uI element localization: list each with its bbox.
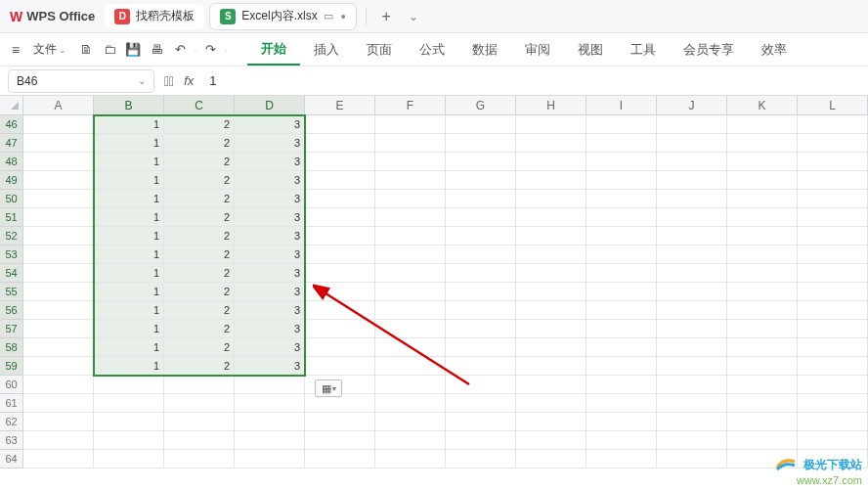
col-header-F[interactable]: F (375, 96, 446, 114)
cell[interactable] (727, 357, 798, 376)
row-header-62[interactable]: 62 (0, 413, 23, 431)
cell[interactable] (657, 301, 727, 320)
cell[interactable]: 3 (235, 171, 305, 190)
cell[interactable] (446, 134, 516, 153)
cell[interactable]: 2 (164, 115, 235, 134)
cell[interactable] (657, 115, 727, 134)
cell[interactable] (798, 376, 868, 394)
cell[interactable] (516, 227, 586, 245)
cell[interactable] (23, 153, 94, 171)
cell[interactable] (23, 394, 94, 413)
cell[interactable] (657, 208, 727, 227)
cell[interactable] (235, 413, 305, 431)
cell[interactable] (798, 320, 868, 338)
cell[interactable]: 1 (94, 227, 164, 245)
cell[interactable]: 1 (94, 283, 164, 301)
file-menu[interactable]: 文件 ⌄ (27, 39, 72, 60)
cell[interactable]: 1 (94, 190, 164, 208)
row-header-57[interactable]: 57 (0, 320, 23, 338)
cell[interactable] (164, 450, 235, 468)
cell[interactable]: 3 (235, 357, 305, 376)
tab-menu-icon[interactable]: • (341, 9, 346, 24)
cell[interactable] (657, 413, 727, 431)
cell[interactable] (586, 376, 657, 394)
cell[interactable] (23, 171, 94, 190)
cell[interactable] (516, 320, 586, 338)
cell[interactable] (657, 338, 727, 357)
row-header-56[interactable]: 56 (0, 301, 23, 320)
cell[interactable] (727, 153, 798, 171)
cell[interactable] (727, 245, 798, 264)
cell[interactable] (375, 245, 446, 264)
cell[interactable] (305, 171, 375, 190)
cell[interactable] (375, 153, 446, 171)
row-header-64[interactable]: 64 (0, 450, 23, 468)
cell[interactable]: 2 (164, 301, 235, 320)
col-header-A[interactable]: A (23, 96, 94, 114)
cell[interactable] (23, 320, 94, 338)
cell[interactable] (657, 190, 727, 208)
cell[interactable]: 1 (94, 320, 164, 338)
cell[interactable] (375, 227, 446, 245)
cell[interactable] (516, 283, 586, 301)
cell[interactable] (727, 301, 798, 320)
cell[interactable] (586, 171, 657, 190)
col-header-I[interactable]: I (586, 96, 657, 114)
cell[interactable] (798, 208, 868, 227)
cell[interactable] (657, 245, 727, 264)
row-header-50[interactable]: 50 (0, 190, 23, 208)
cell[interactable]: 3 (235, 320, 305, 338)
cell[interactable] (798, 283, 868, 301)
cell[interactable] (446, 153, 516, 171)
tab-list-button[interactable]: ⌄ (403, 10, 424, 23)
cell[interactable] (446, 394, 516, 413)
cell[interactable] (23, 376, 94, 394)
cell[interactable] (446, 115, 516, 134)
open-icon[interactable]: 🗀 (100, 40, 119, 60)
cell[interactable] (586, 208, 657, 227)
cell[interactable] (586, 413, 657, 431)
col-header-G[interactable]: G (446, 96, 516, 114)
cell[interactable] (586, 153, 657, 171)
cell[interactable]: 1 (94, 208, 164, 227)
col-header-E[interactable]: E (305, 96, 375, 114)
menu-效率[interactable]: 效率 (748, 35, 801, 65)
cell[interactable]: 2 (164, 153, 235, 171)
cell[interactable] (586, 190, 657, 208)
cell[interactable] (375, 357, 446, 376)
menu-数据[interactable]: 数据 (458, 35, 511, 65)
cell[interactable] (446, 320, 516, 338)
tab-file-active[interactable]: S Excel内容.xlsx ▭ • (210, 4, 355, 29)
cell[interactable] (727, 190, 798, 208)
row-header-46[interactable]: 46 (0, 115, 23, 134)
cell[interactable] (727, 227, 798, 245)
cell[interactable] (586, 301, 657, 320)
cell[interactable] (235, 376, 305, 394)
cell[interactable] (727, 283, 798, 301)
cell[interactable] (657, 264, 727, 283)
row-header-58[interactable]: 58 (0, 338, 23, 357)
cell[interactable]: 2 (164, 134, 235, 153)
cell[interactable] (727, 134, 798, 153)
cell[interactable] (23, 264, 94, 283)
col-header-L[interactable]: L (798, 96, 868, 114)
cell[interactable] (798, 134, 868, 153)
cell[interactable] (516, 115, 586, 134)
cell[interactable] (798, 171, 868, 190)
cell[interactable]: 1 (94, 338, 164, 357)
col-header-C[interactable]: C (164, 96, 235, 114)
cell[interactable] (516, 153, 586, 171)
cell[interactable]: 3 (235, 115, 305, 134)
cell[interactable] (375, 431, 446, 450)
cell[interactable] (798, 190, 868, 208)
cell[interactable] (798, 227, 868, 245)
cell[interactable] (727, 413, 798, 431)
cell[interactable] (586, 431, 657, 450)
col-header-K[interactable]: K (727, 96, 798, 114)
cell[interactable] (164, 413, 235, 431)
redo-icon[interactable]: ↷ (201, 40, 221, 60)
hamburger-icon[interactable]: ≡ (8, 40, 23, 60)
cell[interactable] (657, 134, 727, 153)
row-header-63[interactable]: 63 (0, 431, 23, 450)
cell[interactable] (305, 153, 375, 171)
